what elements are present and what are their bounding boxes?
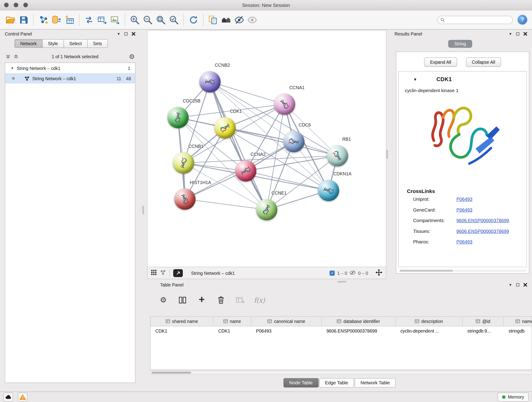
network-row[interactable]: String Network – cdk1 11 48 xyxy=(5,73,135,84)
panel-float-icon[interactable] xyxy=(124,32,128,35)
function-builder-icon[interactable]: f(x) xyxy=(254,294,265,306)
panel-close-icon[interactable] xyxy=(524,283,527,287)
column-header-database-identifier[interactable]: database identifier xyxy=(322,317,396,326)
tab-network-table[interactable]: Network Table xyxy=(355,378,396,388)
network-node-CDC25B[interactable] xyxy=(167,107,189,128)
table-cell[interactable]: cyclin-dependent ... xyxy=(396,328,463,334)
table-cell[interactable]: stringdb xyxy=(504,328,532,334)
clone-network-button[interactable] xyxy=(82,13,95,26)
add-column-icon[interactable]: + xyxy=(196,294,208,305)
zoom-out-button[interactable] xyxy=(141,13,154,26)
search-box[interactable] xyxy=(437,16,513,24)
import-table-button[interactable] xyxy=(63,13,76,26)
tab-select[interactable]: Select xyxy=(63,39,88,48)
network-node-RB1[interactable] xyxy=(327,145,348,166)
tab-style[interactable]: Style xyxy=(42,39,64,48)
table-cell[interactable]: CDK1 xyxy=(151,328,214,334)
collection-row[interactable]: ▾ String Network – cdk1 1 xyxy=(5,63,135,73)
network-edge[interactable] xyxy=(210,82,285,104)
collection-expander-icon[interactable]: ▾ xyxy=(12,66,13,70)
collapse-all-icon[interactable] xyxy=(6,54,11,59)
import-network-database-button[interactable] xyxy=(50,13,63,26)
panel-close-icon[interactable] xyxy=(132,32,136,36)
splitter-handle[interactable] xyxy=(337,281,346,283)
export-image-button[interactable] xyxy=(109,13,122,26)
crosslink-link[interactable]: P06493 xyxy=(456,239,472,245)
crosslink-link[interactable]: 9606.ENSP00000378699 xyxy=(456,229,509,234)
panel-menu-icon[interactable]: ▼ xyxy=(509,283,512,287)
memory-button[interactable]: Memory xyxy=(498,393,529,402)
table-cell[interactable]: stringdb:9... xyxy=(462,328,504,334)
table-cell[interactable]: P06493 xyxy=(251,328,322,334)
export-table-button[interactable] xyxy=(95,13,109,26)
protein-expander-icon[interactable]: ▼ xyxy=(413,77,417,82)
splitter-handle[interactable] xyxy=(142,206,144,215)
panel-menu-icon[interactable]: ▼ xyxy=(117,32,120,36)
tab-node-table[interactable]: Node Table xyxy=(283,378,318,388)
panel-close-icon[interactable] xyxy=(524,32,527,36)
table-settings-gear-icon[interactable]: ⚙ xyxy=(157,294,169,306)
move-crosshair-icon[interactable] xyxy=(375,269,383,277)
panel-float-icon[interactable] xyxy=(516,32,519,35)
network-edge[interactable] xyxy=(178,118,294,142)
table-cell[interactable]: 9606.ENSP00000378699 xyxy=(322,328,396,334)
help-button[interactable]: ? xyxy=(518,15,527,25)
network-node-CCNA2[interactable] xyxy=(235,160,256,182)
network-edge[interactable] xyxy=(225,128,338,156)
warning-status-button[interactable] xyxy=(18,393,27,402)
birdseye-view-button[interactable] xyxy=(173,269,183,277)
network-node-CCNA1[interactable] xyxy=(274,94,295,115)
selected-checkbox-icon[interactable]: ✓ xyxy=(330,270,335,276)
splitter-handle[interactable] xyxy=(386,150,388,159)
column-header-shared-name[interactable]: shared name xyxy=(151,317,214,326)
save-session-button[interactable] xyxy=(17,13,30,26)
cybrowser-button[interactable] xyxy=(220,13,233,26)
network-node-CDC6[interactable] xyxy=(283,131,304,153)
duplicate-document-button[interactable] xyxy=(207,13,220,26)
crosslink-link[interactable]: P06493 xyxy=(456,207,472,213)
network-edge[interactable] xyxy=(210,82,267,210)
table-row[interactable]: CDK1 CDK1 P06493 9606.ENSP00000378699 cy… xyxy=(151,326,532,336)
network-edge[interactable] xyxy=(246,171,329,191)
window-close-button[interactable] xyxy=(4,3,9,7)
column-header-name[interactable]: name xyxy=(214,317,251,326)
table-cell[interactable]: CDK1 xyxy=(214,328,251,334)
network-overview-icon[interactable] xyxy=(160,269,166,277)
panel-float-icon[interactable] xyxy=(516,283,519,286)
string-results-tab[interactable]: String xyxy=(448,40,472,48)
column-header-namespace[interactable]: namespace xyxy=(504,317,532,326)
tab-sets[interactable]: Sets xyxy=(87,39,108,48)
table-horizontal-scrollbar[interactable] xyxy=(150,370,532,375)
tab-edge-table[interactable]: Edge Table xyxy=(319,378,354,388)
results-horizontal-scrollbar[interactable] xyxy=(399,269,526,272)
cloud-status-button[interactable] xyxy=(3,393,13,402)
network-edge[interactable] xyxy=(185,199,267,210)
network-node-CDK1[interactable] xyxy=(215,117,236,139)
network-options-gear-icon[interactable]: ⚙ xyxy=(129,53,135,60)
show-all-button[interactable] xyxy=(246,13,259,26)
window-minimize-button[interactable] xyxy=(14,3,18,7)
open-session-button[interactable] xyxy=(4,13,17,26)
expand-all-icon[interactable] xyxy=(13,54,19,59)
column-header-canonical-name[interactable]: canonical name xyxy=(251,317,322,326)
collapse-all-button[interactable]: Collapse All xyxy=(466,57,501,67)
network-node-CDKN1A[interactable] xyxy=(318,180,339,201)
refresh-view-button[interactable] xyxy=(187,13,200,26)
tab-network[interactable]: Network xyxy=(14,39,43,48)
network-canvas[interactable]: CCNB2CCNA1CDC25BCDK1CDC6RB1CCNB1CCNA2CDK… xyxy=(147,30,386,267)
expand-all-button[interactable]: Expand All xyxy=(424,57,457,67)
network-node-CCNB1[interactable] xyxy=(173,153,194,174)
delete-column-icon[interactable] xyxy=(215,294,227,306)
zoom-in-button[interactable] xyxy=(128,13,141,26)
crosslink-link[interactable]: P06493 xyxy=(456,197,472,202)
zoom-fit-button[interactable] xyxy=(154,13,167,26)
hidden-eye-slash-icon[interactable] xyxy=(350,270,356,276)
search-input[interactable] xyxy=(447,17,513,23)
hide-selected-button[interactable] xyxy=(233,13,246,26)
network-node-CCNE1[interactable] xyxy=(256,199,278,220)
import-network-file-button[interactable] xyxy=(37,13,50,26)
column-header-description[interactable]: description xyxy=(396,317,463,326)
grid-view-icon[interactable] xyxy=(151,269,157,277)
network-node-HIST1H1A[interactable] xyxy=(174,188,196,210)
network-node-CCNB2[interactable] xyxy=(199,71,221,93)
